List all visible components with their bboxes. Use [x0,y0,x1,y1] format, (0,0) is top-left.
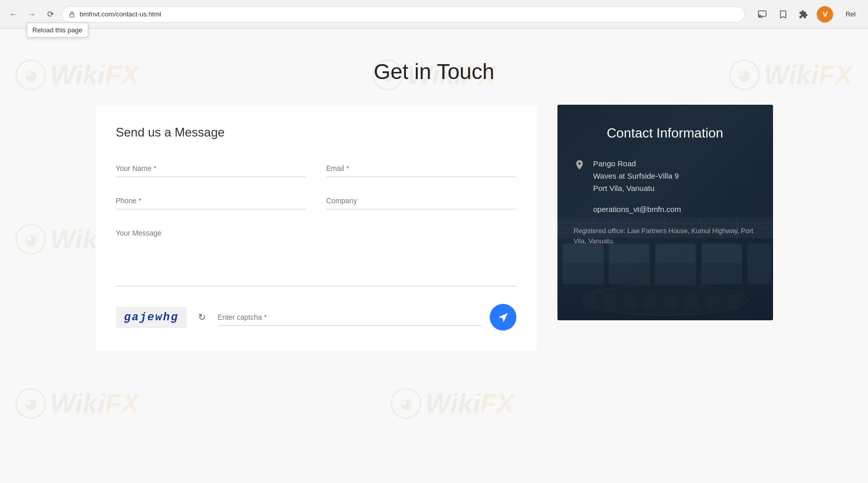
name-input[interactable] [116,160,306,177]
forward-button[interactable]: → [25,7,39,22]
send-icon [497,312,509,323]
avatar-initial: V [823,10,827,18]
contact-address-item: Pango Road Waves at Surfside-Villa 9 Por… [574,158,757,195]
contact-panel-title: Contact Information [574,125,757,141]
message-textarea[interactable] [116,225,516,286]
svg-rect-17 [686,294,698,309]
address-line2: Waves at Surfside-Villa 9 [593,170,679,182]
form-row-name-email [116,160,516,177]
captcha-input[interactable] [218,309,481,326]
watermark-6: ◕ WikiFX [15,388,139,419]
form-title: Send us a Message [116,125,516,140]
browser-toolbar: ← → ⟳ Reload this page bmfnvt.com/contac… [0,0,868,29]
page-title: Get in Touch [0,60,868,84]
form-row-phone-company [116,192,516,209]
contact-registered-office: Registered office: Law Partners House, K… [574,226,757,246]
page-header: Get in Touch [0,29,868,105]
svg-rect-1 [759,11,766,16]
email-input[interactable] [326,160,516,177]
url-text: bmfnvt.com/contact-us.html [80,10,161,18]
contact-panel-content: Contact Information Pango Road Waves at … [557,105,773,266]
page-content: ◕ WikiFX ◕ WikiFX ◕ WikiFX ◕ WikiFX ◕ [0,29,868,483]
submit-button[interactable] [490,304,516,331]
captcha-refresh-button[interactable]: ↻ [195,310,209,324]
contact-address-text: Pango Road Waves at Surfside-Villa 9 Por… [593,158,679,195]
contact-email: operations_vt@bmfn.com [593,205,757,214]
browser-action-icons: V Rel [755,6,862,23]
reload-tooltip-text: Reload this page [32,26,83,34]
company-input[interactable] [326,192,516,209]
svg-rect-16 [665,294,678,309]
address-line1: Pango Road [593,158,679,170]
main-layout: Send us a Message [75,105,794,372]
lock-icon [68,11,75,18]
form-section: Send us a Message [95,105,537,351]
reload-button[interactable]: ⟳ [43,7,57,22]
wm-logo-4: ◕ [15,224,46,255]
captcha-row: gajewhg ↻ [116,304,516,331]
company-field-group [326,192,516,209]
contact-info-panel: Contact Information Pango Road Waves at … [557,105,773,320]
svg-rect-18 [706,294,719,309]
watermark-7: ◕ WikiFX [391,388,514,419]
wm-logo-6: ◕ [15,388,46,419]
svg-rect-12 [583,294,595,309]
svg-rect-0 [70,14,74,17]
address-bar[interactable]: bmfnvt.com/contact-us.html [62,6,745,23]
bookmark-icon[interactable] [776,7,790,22]
captcha-image: gajewhg [116,307,187,328]
svg-rect-19 [727,294,739,309]
rel-button[interactable]: Rel [839,8,862,20]
user-avatar[interactable]: V [817,6,833,23]
svg-rect-13 [604,294,616,309]
phone-field-group [116,192,306,209]
phone-input[interactable] [116,192,306,209]
extensions-icon[interactable] [796,7,811,22]
location-icon [574,159,585,176]
address-line3: Port Vila, Vanuatu [593,182,679,195]
svg-rect-14 [624,294,636,309]
back-button[interactable]: ← [6,7,21,22]
wm-logo-7: ◕ [391,388,421,419]
cast-icon[interactable] [755,7,769,22]
form-row-message [116,225,516,288]
svg-rect-15 [645,294,657,309]
message-field-group [116,225,516,288]
rel-label: Rel [845,10,856,18]
name-field-group [116,160,306,177]
email-field-group [326,160,516,177]
wm-text-7: WikiFX [426,388,514,419]
reload-tooltip: Reload this page [27,23,88,37]
wm-text-6: WikiFX [50,388,139,419]
